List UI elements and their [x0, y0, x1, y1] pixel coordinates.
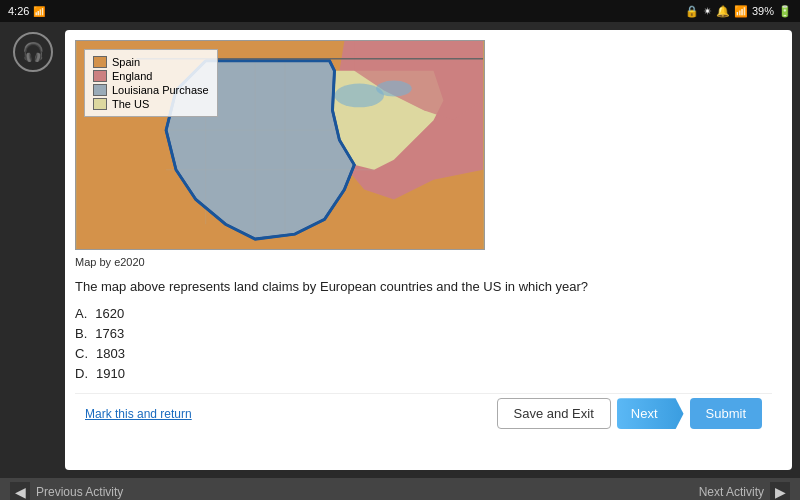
option-a[interactable]: A. 1620 [75, 306, 772, 321]
battery-text: 39% [752, 5, 774, 17]
content-area: Spain England Louisiana Purchase The US … [65, 30, 792, 470]
status-right: 🔒 ✴ 🔔 📶 39% 🔋 [685, 5, 792, 18]
signal-icon: 📶 [33, 6, 45, 17]
next-button[interactable]: Next [617, 398, 684, 429]
submit-button[interactable]: Submit [690, 398, 762, 429]
legend-color-louisiana [93, 84, 107, 96]
prev-activity-button[interactable]: ◀ [10, 482, 30, 500]
mark-return-link[interactable]: Mark this and return [85, 407, 192, 421]
option-d[interactable]: D. 1910 [75, 366, 772, 381]
headphone-button[interactable]: 🎧 [13, 32, 53, 72]
wifi-icon: 📶 [734, 5, 748, 18]
status-left: 4:26 📶 [8, 5, 45, 17]
next-activity-button[interactable]: ▶ [770, 482, 790, 500]
lock-icon: 🔒 [685, 5, 699, 18]
sidebar: 🎧 [0, 22, 65, 478]
bell-icon: 🔔 [716, 5, 730, 18]
bluetooth-icon: ✴ [703, 5, 712, 18]
legend-label-england: England [112, 70, 152, 82]
legend-color-spain [93, 56, 107, 68]
main-container: 🎧 [0, 22, 800, 478]
map-credit: Map by e2020 [75, 256, 772, 268]
legend-label-us: The US [112, 98, 149, 110]
next-activity[interactable]: Next Activity ▶ [699, 482, 790, 500]
battery-icon: 🔋 [778, 5, 792, 18]
legend-color-england [93, 70, 107, 82]
legend-color-us [93, 98, 107, 110]
button-group: Save and Exit Next Submit [497, 398, 762, 429]
action-bar: Mark this and return Save and Exit Next … [75, 393, 772, 433]
time: 4:26 [8, 5, 29, 17]
previous-activity[interactable]: ◀ Previous Activity [10, 482, 123, 500]
legend-england: England [93, 70, 209, 82]
legend-label-louisiana: Louisiana Purchase [112, 84, 209, 96]
option-b[interactable]: B. 1763 [75, 326, 772, 341]
map-container: Spain England Louisiana Purchase The US [75, 40, 485, 250]
legend-us: The US [93, 98, 209, 110]
question-text: The map above represents land claims by … [75, 278, 772, 296]
status-bar: 4:26 📶 🔒 ✴ 🔔 📶 39% 🔋 [0, 0, 800, 22]
activity-bar: ◀ Previous Activity Next Activity ▶ [0, 478, 800, 500]
save-exit-button[interactable]: Save and Exit [497, 398, 611, 429]
answer-options: A. 1620 B. 1763 C. 1803 D. 1910 [75, 306, 772, 381]
legend-louisiana: Louisiana Purchase [93, 84, 209, 96]
svg-point-7 [376, 81, 412, 97]
legend-label-spain: Spain [112, 56, 140, 68]
legend-spain: Spain [93, 56, 209, 68]
map-legend: Spain England Louisiana Purchase The US [84, 49, 218, 117]
option-c[interactable]: C. 1803 [75, 346, 772, 361]
